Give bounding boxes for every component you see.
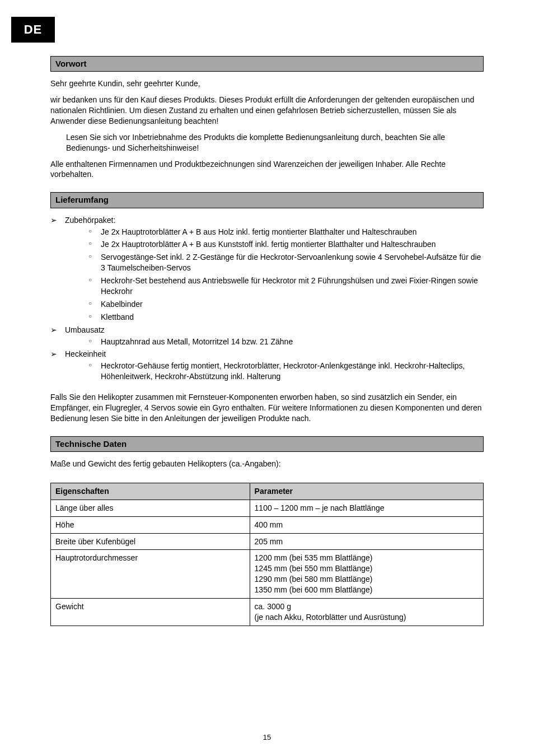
circle-icon: ○ (88, 276, 101, 284)
table-header-cell: Parameter (250, 483, 483, 500)
page-content: Vorwort Sehr geehrte Kundin, sehr geehrt… (50, 56, 484, 626)
circle-icon: ○ (88, 239, 101, 248)
list-item: ○Klettband (88, 312, 484, 323)
circle-icon: ○ (88, 312, 101, 321)
section-heading-text: Vorwort (55, 59, 87, 68)
list-item-text: Je 2x Hauptrotorblätter A + B aus Holz i… (101, 227, 484, 237)
circle-icon: ○ (88, 337, 101, 346)
list-item: ○Hauptzahnrad aus Metall, Motorritzel 14… (88, 337, 484, 347)
table-cell: Breite über Kufenbügel (51, 533, 250, 550)
delivery-scope-list: ➢ Zubehörpaket: ○Je 2x Hauptrotorblätter… (50, 215, 484, 382)
paragraph: Alle enthaltenen Firmennamen und Produkt… (50, 159, 484, 180)
list-item-text: Klettband (101, 312, 484, 323)
list-item-label: Zubehörpaket: (65, 215, 115, 226)
list-item: ○Kabelbinder (88, 299, 484, 310)
list-item: ➢ Heckeinheit ○Heckrotor-Gehäuse fertig … (50, 349, 484, 382)
list-item: ○Je 2x Hauptrotorblätter A + B aus Holz … (88, 227, 484, 237)
table-header-cell: Eigenschaften (51, 483, 250, 500)
table-cell: 1200 mm (bei 535 mm Blattlänge) 1245 mm … (250, 550, 483, 599)
circle-icon: ○ (88, 252, 101, 261)
sub-list: ○Heckrotor-Gehäuse fertig montiert, Heck… (88, 361, 484, 382)
circle-icon: ○ (88, 299, 101, 308)
section-heading-lieferumfang: Lieferumfang (50, 192, 484, 208)
list-item: ○Heckrohr-Set bestehend aus Antriebswell… (88, 276, 484, 297)
chevron-right-icon: ➢ (50, 325, 65, 335)
table-cell: Gewicht (51, 599, 250, 626)
section-heading-technische-daten: Technische Daten (50, 436, 484, 452)
paragraph: Maße und Gewicht des fertig gebauten Hel… (50, 459, 484, 469)
list-item: ○Servogestänge-Set inkl. 2 Z-Gestänge fü… (88, 252, 484, 273)
table-cell: Hauptrotordurchmesser (51, 550, 250, 599)
table-cell: ca. 3000 g (je nach Akku, Rotorblätter u… (250, 599, 483, 626)
page-number: 15 (0, 732, 534, 743)
table-cell: 400 mm (250, 516, 483, 533)
paragraph: Sehr geehrte Kundin, sehr geehrter Kunde… (50, 78, 484, 89)
list-item-text: Hauptzahnrad aus Metall, Motorritzel 14 … (101, 337, 484, 347)
section-heading-vorwort: Vorwort (50, 56, 484, 72)
table-header-row: Eigenschaften Parameter (51, 483, 484, 500)
table-row: Höhe 400 mm (51, 516, 484, 533)
list-item-text: Heckrotor-Gehäuse fertig montiert, Heckr… (101, 361, 484, 382)
paragraph: Falls Sie den Helikopter zusammen mit Fe… (50, 392, 484, 424)
table-cell: Länge über alles (51, 500, 250, 516)
circle-icon: ○ (88, 361, 101, 370)
page: DE Vorwort Sehr geehrte Kundin, sehr gee… (0, 0, 534, 756)
chevron-right-icon: ➢ (50, 349, 65, 360)
list-item-text: Heckrohr-Set bestehend aus Antriebswelle… (101, 276, 484, 297)
circle-icon: ○ (88, 227, 101, 236)
list-item-text: Kabelbinder (101, 299, 484, 310)
section-heading-text: Technische Daten (55, 439, 127, 449)
paragraph: Lesen Sie sich vor Inbetriebnahme des Pr… (66, 132, 484, 153)
table-row: Länge über alles 1100 – 1200 mm – je nac… (51, 500, 484, 516)
list-item-text: Je 2x Hauptrotorblätter A + B aus Kunsts… (101, 239, 484, 250)
language-tab-label: DE (24, 21, 43, 38)
table-row: Hauptrotordurchmesser 1200 mm (bei 535 m… (51, 550, 484, 599)
table-row: Gewicht ca. 3000 g (je nach Akku, Rotorb… (51, 599, 484, 626)
table-cell: 205 mm (250, 533, 483, 550)
table-row: Breite über Kufenbügel 205 mm (51, 533, 484, 550)
list-item: ➢ Umbausatz ○Hauptzahnrad aus Metall, Mo… (50, 325, 484, 347)
list-item-label: Heckeinheit (65, 349, 106, 360)
chevron-right-icon: ➢ (50, 215, 65, 226)
list-item-text: Servogestänge-Set inkl. 2 Z-Gestänge für… (101, 252, 484, 273)
language-tab: DE (11, 17, 55, 43)
list-item: ➢ Zubehörpaket: ○Je 2x Hauptrotorblätter… (50, 215, 484, 323)
spec-table-wrap: Eigenschaften Parameter Länge über alles… (50, 483, 484, 626)
paragraph: wir bedanken uns für den Kauf dieses Pro… (50, 95, 484, 127)
section-heading-text: Lieferumfang (55, 195, 109, 204)
list-item: ○Heckrotor-Gehäuse fertig montiert, Heck… (88, 361, 484, 382)
sub-list: ○Hauptzahnrad aus Metall, Motorritzel 14… (88, 337, 484, 347)
sub-list: ○Je 2x Hauptrotorblätter A + B aus Holz … (88, 227, 484, 323)
table-cell: Höhe (51, 516, 250, 533)
spec-table: Eigenschaften Parameter Länge über alles… (50, 483, 484, 626)
table-cell: 1100 – 1200 mm – je nach Blattlänge (250, 500, 483, 516)
list-item: ○Je 2x Hauptrotorblätter A + B aus Kunst… (88, 239, 484, 250)
list-item-label: Umbausatz (65, 325, 105, 335)
